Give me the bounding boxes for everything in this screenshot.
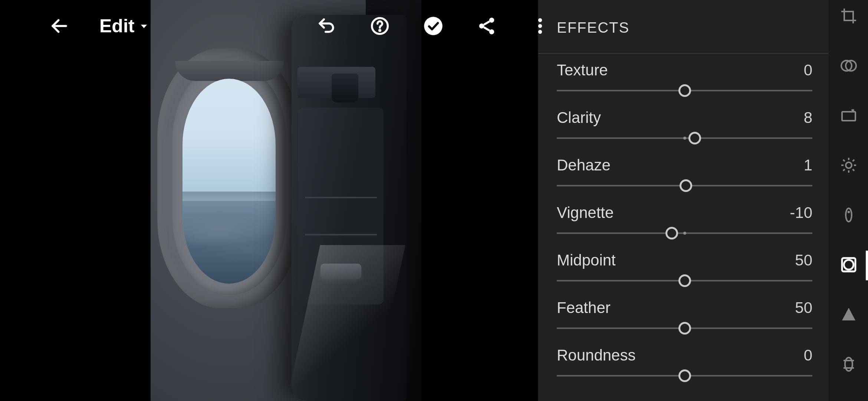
svg-point-22 [847, 211, 849, 213]
slider-track[interactable] [557, 370, 812, 381]
svg-point-6 [489, 29, 494, 35]
help-button[interactable] [369, 15, 391, 37]
mode-dropdown[interactable]: Edit [99, 15, 149, 37]
slider-value: 0 [804, 61, 812, 79]
slider-value: 50 [795, 251, 812, 269]
slider-roundness: Roundness0 [557, 346, 812, 381]
slider-label: Vignette [557, 204, 614, 222]
svg-line-19 [852, 169, 854, 171]
svg-point-5 [479, 23, 484, 29]
effects-tool[interactable] [837, 253, 860, 276]
slider-dehaze: Dehaze1 [557, 156, 812, 191]
svg-point-3 [424, 17, 443, 35]
slider-knob[interactable] [665, 227, 678, 239]
slider-knob[interactable] [688, 132, 701, 144]
slider-knob[interactable] [678, 369, 691, 382]
svg-point-9 [538, 30, 542, 34]
effects-panel: EFFECTS Texture0Clarity8Dehaze1Vignette-… [538, 0, 829, 401]
svg-point-13 [846, 162, 852, 168]
svg-point-24 [844, 260, 854, 270]
slider-label: Clarity [557, 109, 601, 127]
slider-track[interactable] [557, 180, 812, 191]
masking-tool[interactable] [837, 54, 860, 77]
slider-knob[interactable] [680, 179, 692, 192]
slider-midpoint: Midpoint50 [557, 251, 812, 286]
slider-label: Dehaze [557, 156, 611, 174]
svg-point-8 [538, 24, 542, 28]
slider-knob[interactable] [678, 274, 691, 287]
slider-track[interactable] [557, 133, 812, 144]
slider-knob[interactable] [678, 322, 691, 335]
light-tool[interactable] [837, 154, 860, 177]
slider-vignette: Vignette-10 [557, 204, 812, 239]
sliders-container: Texture0Clarity8Dehaze1Vignette-10Midpoi… [538, 54, 829, 401]
color-tool[interactable] [837, 203, 860, 226]
svg-point-2 [379, 30, 381, 31]
top-toolbar: Edit [0, 0, 538, 52]
overflow-menu-button[interactable] [529, 15, 551, 37]
photo-preview[interactable] [151, 0, 421, 401]
slider-label: Midpoint [557, 251, 616, 269]
slider-clarity: Clarity8 [557, 109, 812, 144]
svg-line-18 [843, 160, 845, 161]
mode-label: Edit [99, 15, 134, 37]
detail-tool[interactable] [837, 303, 860, 326]
svg-line-20 [843, 169, 845, 171]
slider-track[interactable] [557, 323, 812, 334]
svg-point-7 [538, 18, 542, 22]
active-tool-marker [866, 251, 868, 280]
tool-strip [829, 0, 868, 401]
slider-label: Roundness [557, 346, 635, 364]
slider-label: Texture [557, 61, 608, 79]
slider-value: -10 [790, 204, 812, 222]
slider-value: 1 [804, 156, 812, 174]
undo-button[interactable] [315, 15, 338, 37]
slider-value: 0 [804, 346, 812, 364]
svg-point-25 [845, 358, 852, 371]
slider-track[interactable] [557, 85, 812, 96]
slider-label: Feather [557, 299, 611, 317]
panel-title: EFFECTS [538, 0, 829, 54]
svg-point-4 [489, 18, 494, 23]
optics-tool[interactable] [837, 353, 860, 376]
slider-value: 8 [804, 109, 812, 127]
healing-tool[interactable] [837, 104, 860, 127]
slider-track[interactable] [557, 275, 812, 286]
back-button[interactable] [48, 15, 70, 37]
share-button[interactable] [476, 15, 498, 37]
slider-value: 50 [795, 299, 812, 317]
slider-texture: Texture0 [557, 61, 812, 96]
svg-rect-12 [842, 112, 855, 121]
slider-knob[interactable] [678, 84, 691, 97]
crop-tool[interactable] [837, 4, 860, 27]
slider-feather: Feather50 [557, 299, 812, 334]
canvas-area: Edit [0, 0, 538, 401]
slider-track[interactable] [557, 228, 812, 239]
apply-button[interactable] [422, 15, 444, 37]
svg-line-21 [852, 160, 854, 161]
chevron-down-icon [139, 21, 149, 31]
